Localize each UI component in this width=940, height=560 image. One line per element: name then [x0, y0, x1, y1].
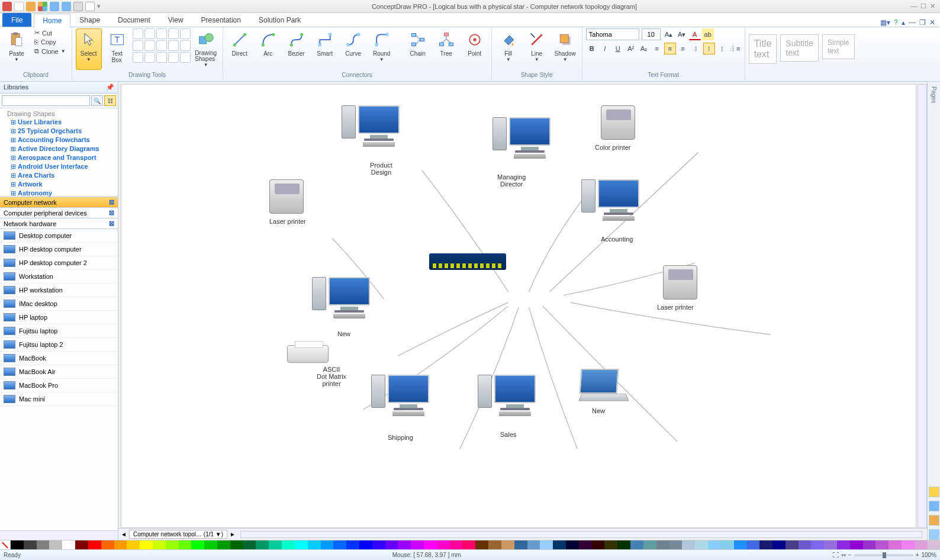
tool-ellipse[interactable]: [144, 40, 155, 51]
sidebar-hscroll[interactable]: [0, 530, 118, 540]
tree-node[interactable]: ⊞ Astronomy: [2, 189, 115, 197]
color-swatch[interactable]: [37, 540, 50, 549]
color-swatch[interactable]: [243, 540, 256, 549]
tool-d[interactable]: [168, 52, 179, 63]
color-swatch[interactable]: [256, 540, 269, 549]
shape-item[interactable]: HP laptop: [0, 311, 118, 324]
color-swatch[interactable]: [488, 540, 501, 549]
color-swatch[interactable]: [759, 540, 772, 549]
superscript-button[interactable]: A²: [625, 43, 637, 54]
color-swatch[interactable]: [308, 540, 321, 549]
color-swatch[interactable]: [385, 540, 398, 549]
pin-icon[interactable]: 📌: [106, 83, 114, 91]
zoom-out-icon[interactable]: −: [848, 552, 852, 558]
zoom-in-icon[interactable]: +: [916, 552, 919, 558]
open-icon[interactable]: [26, 2, 36, 11]
search-icon[interactable]: 🔍: [91, 95, 103, 106]
tree-node[interactable]: ⊞ 25 Typical Orgcharts: [2, 127, 115, 136]
color-swatch[interactable]: [682, 540, 695, 549]
style-title[interactable]: Title text: [749, 34, 777, 64]
fit-width-icon[interactable]: ⇔: [841, 552, 846, 558]
tab-home[interactable]: Home: [34, 14, 70, 27]
doc-close-icon[interactable]: ✕: [929, 18, 935, 27]
color-swatch[interactable]: [462, 540, 475, 549]
shape-item[interactable]: Mac mini: [0, 392, 118, 406]
tool-arc[interactable]: [156, 28, 167, 39]
shape-item[interactable]: MacBook Air: [0, 365, 118, 379]
color-swatch[interactable]: [734, 540, 747, 549]
tab-next-icon[interactable]: ►: [230, 531, 236, 538]
color-swatch[interactable]: [643, 540, 656, 549]
color-swatch[interactable]: [62, 540, 75, 549]
color-swatch[interactable]: [475, 540, 488, 549]
color-swatch[interactable]: [799, 540, 812, 549]
round-button[interactable]: Round▼: [369, 28, 395, 70]
color-swatch[interactable]: [850, 540, 863, 549]
color-swatch[interactable]: [566, 540, 579, 549]
color-swatch[interactable]: [617, 540, 630, 549]
color-swatch[interactable]: [721, 540, 734, 549]
color-swatch[interactable]: [321, 540, 334, 549]
tool-rect[interactable]: [133, 28, 143, 39]
italic-button[interactable]: I: [599, 43, 611, 54]
tree-node[interactable]: ⊞ Accounting Flowcharts: [2, 136, 115, 144]
shape-item[interactable]: HP workstation: [0, 284, 118, 297]
tree-node[interactable]: ⊞ Android User Interface: [2, 162, 115, 171]
undo-icon[interactable]: [50, 2, 59, 11]
bezier-button[interactable]: Bezier: [284, 28, 310, 70]
color-swatch[interactable]: [269, 540, 282, 549]
point-button[interactable]: Point: [462, 28, 488, 70]
color-swatch[interactable]: [75, 540, 88, 549]
shape-item[interactable]: MacBook: [0, 352, 118, 365]
shape-item[interactable]: Fujitsu laptop: [0, 324, 118, 338]
tool-e[interactable]: [180, 52, 191, 63]
font-family-combo[interactable]: [586, 28, 639, 40]
doc-minimize-icon[interactable]: —: [909, 18, 916, 27]
copy-button[interactable]: ⎘Copy: [32, 38, 68, 46]
color-swatch[interactable]: [928, 540, 940, 549]
color-swatch[interactable]: [837, 540, 850, 549]
align-bottom-button[interactable]: ⫶: [716, 43, 728, 54]
diagram-node-colorp[interactable]: [601, 105, 635, 140]
color-swatch[interactable]: [540, 540, 553, 549]
tab-shape[interactable]: Shape: [70, 13, 109, 27]
library-tree[interactable]: Drawing Shapes ⊞ User Libraries⊞ 25 Typi…: [0, 108, 118, 197]
fit-page-icon[interactable]: ⛶: [833, 552, 839, 558]
color-swatch[interactable]: [772, 540, 786, 549]
font-color-icon[interactable]: A: [689, 28, 701, 40]
smart-button[interactable]: Smart: [312, 28, 338, 70]
color-swatch[interactable]: [669, 540, 682, 549]
shape-item[interactable]: Desktop computer: [0, 229, 118, 243]
tool-b[interactable]: [144, 52, 155, 63]
bold-button[interactable]: B: [586, 43, 598, 54]
shape-item[interactable]: iMac desktop: [0, 297, 118, 311]
color-swatch[interactable]: [333, 540, 346, 549]
color-swatch[interactable]: [656, 540, 669, 549]
color-swatch[interactable]: [398, 540, 411, 549]
align-left-button[interactable]: ≡: [651, 43, 663, 54]
diagram-node-switch[interactable]: [429, 253, 506, 270]
color-swatch[interactable]: [811, 540, 824, 549]
color-swatch[interactable]: [88, 540, 101, 549]
color-swatch[interactable]: [592, 540, 605, 549]
tree-node[interactable]: ⊞ Artwork: [2, 180, 115, 189]
doc-restore-icon[interactable]: ❐: [919, 18, 926, 27]
no-fill-swatch[interactable]: [0, 540, 11, 549]
diagram-node-accounting[interactable]: [598, 179, 639, 221]
help-icon[interactable]: ?: [894, 18, 898, 27]
subscript-button[interactable]: A₂: [638, 43, 650, 54]
color-swatch[interactable]: [346, 540, 359, 549]
diagram-node-product[interactable]: [358, 105, 400, 147]
tree-node[interactable]: ⊞ Active Directory Diagrams: [2, 144, 115, 153]
color-swatch[interactable]: [889, 540, 902, 549]
tab-file[interactable]: File: [2, 13, 31, 27]
diagram-node-laser2[interactable]: [663, 265, 697, 300]
tool-more[interactable]: [180, 40, 191, 51]
chain-button[interactable]: Chain: [405, 28, 431, 70]
color-swatch[interactable]: [411, 540, 424, 549]
tree-node[interactable]: ⊞ Area Charts: [2, 171, 115, 180]
library-tab[interactable]: Network hardware⊠: [0, 218, 118, 229]
shape-item[interactable]: HP desktop computer 2: [0, 256, 118, 270]
font-size-combo[interactable]: [642, 28, 661, 40]
zoom-slider[interactable]: [854, 554, 913, 556]
